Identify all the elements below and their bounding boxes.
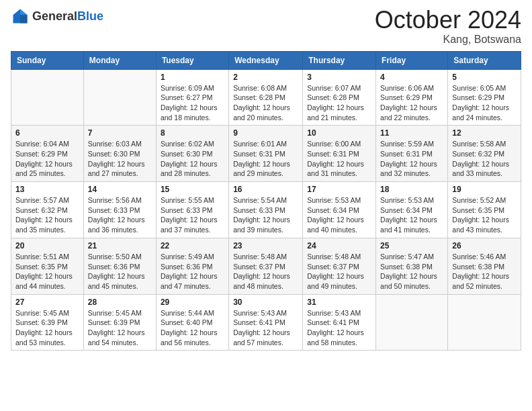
- day-info: Sunrise: 6:05 AMSunset: 6:29 PMDaylight:…: [452, 83, 517, 123]
- logo-general: General: [32, 10, 77, 22]
- day-info: Sunrise: 6:03 AMSunset: 6:30 PMDaylight:…: [88, 139, 152, 179]
- header-day-tuesday: Tuesday: [156, 51, 228, 69]
- logo-text: GeneralBlue: [32, 10, 103, 22]
- calendar-cell: 14Sunrise: 5:56 AMSunset: 6:33 PMDayligh…: [83, 182, 156, 238]
- day-info: Sunrise: 6:04 AMSunset: 6:29 PMDaylight:…: [15, 139, 79, 179]
- day-info: Sunrise: 6:01 AMSunset: 6:31 PMDaylight:…: [233, 139, 298, 179]
- day-info: Sunrise: 5:57 AMSunset: 6:32 PMDaylight:…: [15, 195, 79, 235]
- day-info: Sunrise: 6:08 AMSunset: 6:28 PMDaylight:…: [233, 83, 298, 123]
- calendar-cell: 15Sunrise: 5:55 AMSunset: 6:33 PMDayligh…: [156, 182, 228, 238]
- day-number: 22: [161, 241, 224, 250]
- svg-marker-2: [20, 15, 28, 23]
- day-number: 2: [233, 73, 298, 82]
- day-number: 11: [380, 128, 443, 138]
- day-info: Sunrise: 5:49 AMSunset: 6:36 PMDaylight:…: [161, 252, 224, 291]
- day-number: 8: [161, 128, 224, 138]
- day-info: Sunrise: 5:59 AMSunset: 6:31 PMDaylight:…: [380, 139, 443, 179]
- logo-icon: [11, 7, 30, 26]
- week-row-1: 1Sunrise: 6:09 AMSunset: 6:27 PMDaylight…: [11, 69, 521, 126]
- day-info: Sunrise: 6:07 AMSunset: 6:28 PMDaylight:…: [307, 83, 371, 123]
- calendar-cell: 10Sunrise: 6:00 AMSunset: 6:31 PMDayligh…: [303, 126, 376, 182]
- calendar-cell: 20Sunrise: 5:51 AMSunset: 6:35 PMDayligh…: [11, 238, 84, 294]
- calendar-cell: 24Sunrise: 5:48 AMSunset: 6:37 PMDayligh…: [303, 238, 376, 294]
- day-info: Sunrise: 6:06 AMSunset: 6:29 PMDaylight:…: [380, 83, 443, 123]
- calendar-cell: 26Sunrise: 5:46 AMSunset: 6:38 PMDayligh…: [448, 238, 521, 294]
- day-number: 26: [452, 241, 517, 250]
- calendar-cell: 17Sunrise: 5:53 AMSunset: 6:34 PMDayligh…: [303, 182, 376, 238]
- logo: GeneralBlue: [11, 7, 103, 26]
- calendar-cell: 1Sunrise: 6:09 AMSunset: 6:27 PMDaylight…: [156, 69, 228, 126]
- day-info: Sunrise: 5:43 AMSunset: 6:41 PMDaylight:…: [307, 308, 371, 348]
- day-number: 7: [88, 128, 152, 138]
- svg-marker-1: [20, 9, 28, 15]
- header-row: SundayMondayTuesdayWednesdayThursdayFrid…: [11, 51, 521, 69]
- calendar-cell: 3Sunrise: 6:07 AMSunset: 6:28 PMDaylight…: [303, 69, 376, 126]
- day-info: Sunrise: 6:09 AMSunset: 6:27 PMDaylight:…: [161, 83, 224, 123]
- header: GeneralBlue October 2024 Kang, Botswana: [11, 7, 521, 46]
- day-info: Sunrise: 5:43 AMSunset: 6:41 PMDaylight:…: [233, 308, 298, 348]
- calendar-cell: 27Sunrise: 5:45 AMSunset: 6:39 PMDayligh…: [11, 294, 84, 351]
- day-number: 12: [452, 128, 517, 138]
- day-number: 29: [161, 298, 224, 307]
- day-info: Sunrise: 6:02 AMSunset: 6:30 PMDaylight:…: [161, 139, 224, 179]
- day-number: 13: [15, 185, 79, 194]
- calendar-cell: 19Sunrise: 5:52 AMSunset: 6:35 PMDayligh…: [448, 182, 521, 238]
- header-day-saturday: Saturday: [448, 51, 521, 69]
- day-number: 25: [380, 241, 443, 250]
- day-info: Sunrise: 6:00 AMSunset: 6:31 PMDaylight:…: [307, 139, 371, 179]
- day-info: Sunrise: 5:51 AMSunset: 6:35 PMDaylight:…: [15, 252, 79, 291]
- calendar-cell: 28Sunrise: 5:45 AMSunset: 6:39 PMDayligh…: [83, 294, 156, 351]
- day-info: Sunrise: 5:53 AMSunset: 6:34 PMDaylight:…: [307, 195, 371, 235]
- day-number: 14: [88, 185, 152, 194]
- day-number: 24: [307, 241, 371, 250]
- month-title: October 2024: [375, 7, 521, 34]
- week-row-4: 20Sunrise: 5:51 AMSunset: 6:35 PMDayligh…: [11, 238, 521, 294]
- calendar-cell: [376, 294, 448, 351]
- calendar-table: SundayMondayTuesdayWednesdayThursdayFrid…: [11, 51, 521, 351]
- day-number: 30: [233, 298, 298, 307]
- day-info: Sunrise: 5:58 AMSunset: 6:32 PMDaylight:…: [452, 139, 517, 179]
- day-info: Sunrise: 5:53 AMSunset: 6:34 PMDaylight:…: [380, 195, 443, 235]
- day-number: 27: [15, 298, 79, 307]
- day-number: 4: [380, 73, 443, 82]
- calendar-cell: [11, 69, 84, 126]
- day-info: Sunrise: 5:47 AMSunset: 6:38 PMDaylight:…: [380, 252, 443, 291]
- calendar-cell: 9Sunrise: 6:01 AMSunset: 6:31 PMDaylight…: [229, 126, 303, 182]
- day-info: Sunrise: 5:44 AMSunset: 6:40 PMDaylight:…: [161, 308, 224, 348]
- day-number: 17: [307, 185, 371, 194]
- calendar-cell: 18Sunrise: 5:53 AMSunset: 6:34 PMDayligh…: [376, 182, 448, 238]
- day-number: 1: [161, 73, 224, 82]
- header-day-monday: Monday: [83, 51, 156, 69]
- day-number: 31: [307, 298, 371, 307]
- calendar-cell: 21Sunrise: 5:50 AMSunset: 6:36 PMDayligh…: [83, 238, 156, 294]
- calendar-cell: 5Sunrise: 6:05 AMSunset: 6:29 PMDaylight…: [448, 69, 521, 126]
- day-info: Sunrise: 5:55 AMSunset: 6:33 PMDaylight:…: [161, 195, 224, 235]
- day-info: Sunrise: 5:46 AMSunset: 6:38 PMDaylight:…: [452, 252, 517, 291]
- calendar-cell: [83, 69, 156, 126]
- calendar-cell: 11Sunrise: 5:59 AMSunset: 6:31 PMDayligh…: [376, 126, 448, 182]
- day-number: 23: [233, 241, 298, 250]
- day-number: 18: [380, 185, 443, 194]
- day-number: 19: [452, 185, 517, 194]
- day-info: Sunrise: 5:45 AMSunset: 6:39 PMDaylight:…: [88, 308, 152, 348]
- calendar-cell: 16Sunrise: 5:54 AMSunset: 6:33 PMDayligh…: [229, 182, 303, 238]
- day-number: 6: [15, 128, 79, 138]
- logo-blue: Blue: [77, 10, 103, 22]
- day-number: 28: [88, 298, 152, 307]
- day-number: 16: [233, 185, 298, 194]
- header-day-thursday: Thursday: [303, 51, 376, 69]
- day-info: Sunrise: 5:50 AMSunset: 6:36 PMDaylight:…: [88, 252, 152, 291]
- title-block: October 2024 Kang, Botswana: [375, 7, 521, 46]
- day-info: Sunrise: 5:48 AMSunset: 6:37 PMDaylight:…: [233, 252, 298, 291]
- page: GeneralBlue October 2024 Kang, Botswana …: [0, 0, 532, 411]
- calendar-cell: 7Sunrise: 6:03 AMSunset: 6:30 PMDaylight…: [83, 126, 156, 182]
- calendar-cell: 23Sunrise: 5:48 AMSunset: 6:37 PMDayligh…: [229, 238, 303, 294]
- calendar-cell: 25Sunrise: 5:47 AMSunset: 6:38 PMDayligh…: [376, 238, 448, 294]
- header-day-wednesday: Wednesday: [229, 51, 303, 69]
- day-number: 15: [161, 185, 224, 194]
- calendar-cell: 8Sunrise: 6:02 AMSunset: 6:30 PMDaylight…: [156, 126, 228, 182]
- calendar-cell: [448, 294, 521, 351]
- day-info: Sunrise: 5:54 AMSunset: 6:33 PMDaylight:…: [233, 195, 298, 235]
- day-info: Sunrise: 5:45 AMSunset: 6:39 PMDaylight:…: [15, 308, 79, 348]
- calendar-cell: 29Sunrise: 5:44 AMSunset: 6:40 PMDayligh…: [156, 294, 228, 351]
